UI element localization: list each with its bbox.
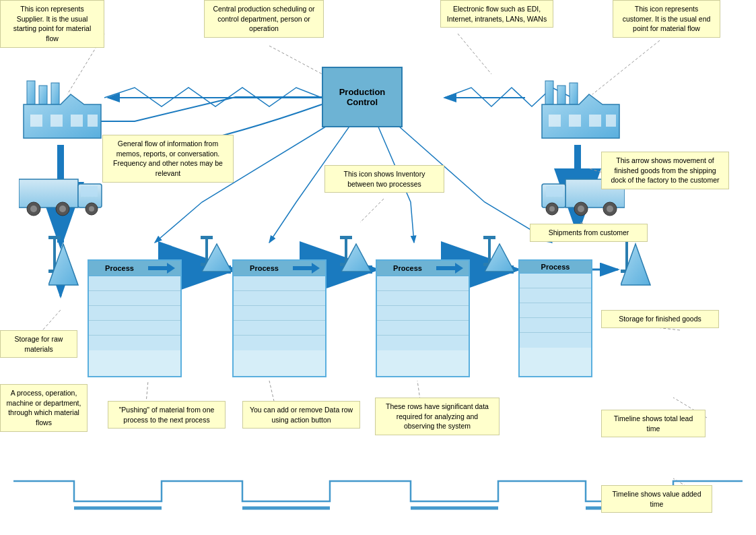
prod-control-label: Production Control — [339, 87, 386, 107]
callout-push-text: "Pushing" of material from one process t… — [119, 406, 215, 424]
svg-rect-85 — [148, 266, 167, 270]
callout-push: "Pushing" of material from one process t… — [108, 401, 226, 429]
inventory-triangle-left — [202, 243, 232, 274]
svg-rect-89 — [436, 266, 455, 270]
supplier-factory — [20, 77, 104, 141]
callout-significant-data: These rows have significant data require… — [375, 398, 500, 435]
svg-marker-82 — [485, 244, 514, 272]
callout-timeline-total: Timeline shows total lead time — [601, 410, 706, 437]
data-row-2-2 — [234, 291, 325, 306]
process-2-header: Process — [234, 261, 325, 276]
svg-rect-65 — [201, 236, 213, 239]
data-row-1-1 — [89, 276, 180, 291]
svg-rect-41 — [570, 83, 578, 104]
data-row-3-5 — [377, 336, 469, 350]
svg-marker-84 — [48, 244, 78, 285]
process-box-2: Process — [232, 259, 327, 377]
data-row-1-2 — [89, 291, 180, 306]
data-row-4-5 — [520, 333, 591, 348]
callout-timeline-total-text: Timeline shows total lead time — [614, 414, 693, 433]
inventory-triangle-1 — [341, 243, 372, 274]
svg-rect-37 — [71, 115, 83, 127]
svg-rect-47 — [19, 179, 78, 208]
data-row-4-1 — [520, 274, 591, 288]
callout-info-flow: General flow of information from memos, … — [102, 135, 234, 183]
callout-inventory-text: This icon shows Inventory between two pr… — [344, 170, 425, 188]
svg-line-17 — [360, 199, 384, 222]
callout-prod-control-text: Central production scheduling or control… — [213, 5, 314, 32]
callout-electronic-text: Electronic flow such as EDI, Internet, i… — [447, 5, 547, 23]
process-box-3: Process — [376, 259, 470, 377]
svg-rect-35 — [30, 115, 42, 127]
data-row-2-4 — [234, 321, 325, 336]
data-row-4-3 — [520, 303, 591, 318]
callout-info-flow-text: General flow of information from memos, … — [113, 139, 223, 177]
inventory-triangle-2 — [485, 243, 515, 274]
process-1-header: Process — [89, 261, 180, 276]
svg-rect-31 — [27, 81, 35, 104]
process-3-label: Process — [382, 264, 433, 272]
svg-marker-83 — [621, 244, 650, 285]
data-row-3-4 — [377, 321, 469, 336]
data-row-2-3 — [234, 306, 325, 321]
svg-point-60 — [549, 206, 555, 212]
push-arrow-1 — [148, 263, 175, 274]
callout-customer-text: This icon represents customer. It is the… — [623, 5, 711, 32]
svg-point-55 — [89, 206, 94, 212]
data-row-4-2 — [520, 288, 591, 303]
production-control-box: Production Control — [322, 67, 403, 127]
data-row-4-4 — [520, 318, 591, 333]
svg-rect-44 — [569, 115, 581, 127]
callout-data-rows: You can add or remove Data row using act… — [242, 401, 360, 429]
callout-movement-text: This arrow shows movement of finished go… — [611, 156, 719, 184]
callout-timeline-value: Timeline shows value added time — [601, 485, 712, 513]
callout-electronic: Electronic flow such as EDI, Internet, i… — [440, 0, 553, 28]
svg-marker-81 — [341, 244, 371, 272]
svg-rect-45 — [589, 115, 601, 127]
svg-marker-86 — [167, 263, 175, 274]
callout-process-desc: A process, operation, machine or departm… — [0, 384, 88, 432]
data-row-1-5 — [89, 336, 180, 350]
callout-prod-control: Central production scheduling or control… — [204, 0, 324, 38]
svg-rect-39 — [545, 81, 553, 104]
svg-marker-80 — [202, 244, 232, 272]
callout-data-rows-text: You can add or remove Data row using act… — [250, 406, 353, 424]
callout-customer: This icon represents customer. It is the… — [613, 0, 720, 38]
callout-significant-data-text: These rows have significant data require… — [386, 402, 489, 430]
data-row-1-3 — [89, 306, 180, 321]
svg-rect-49 — [81, 186, 98, 197]
storage-triangle-left — [48, 243, 79, 288]
diagram-container: Production Control — [0, 0, 756, 535]
push-arrow-3 — [436, 263, 463, 274]
svg-rect-33 — [51, 83, 59, 104]
process-box-1: Process — [88, 259, 182, 377]
callout-timeline-value-text: Timeline shows value added time — [612, 490, 701, 508]
data-row-3-2 — [377, 291, 469, 306]
svg-rect-58 — [546, 186, 563, 197]
customer-factory — [539, 77, 623, 141]
data-row-2-1 — [234, 276, 325, 291]
callout-storage-finished: Storage for finished goods — [601, 310, 719, 328]
callout-storage-raw: Storage for raw materials — [0, 330, 77, 358]
svg-rect-38 — [88, 115, 98, 127]
process-4-label: Process — [525, 263, 586, 271]
process-2-label: Process — [239, 264, 289, 272]
svg-point-64 — [607, 206, 613, 212]
data-row-3-3 — [377, 306, 469, 321]
process-4-header: Process — [520, 261, 591, 274]
process-3-header: Process — [377, 261, 469, 276]
svg-rect-40 — [557, 86, 565, 104]
callout-movement: This arrow shows movement of finished go… — [601, 152, 729, 189]
svg-rect-68 — [340, 236, 352, 239]
callout-shipments-text: Shipments from customer — [549, 228, 629, 237]
supplier-truck — [19, 174, 106, 219]
svg-point-62 — [578, 206, 584, 212]
data-row-3-1 — [377, 276, 469, 291]
svg-marker-90 — [455, 263, 463, 274]
svg-rect-71 — [483, 236, 495, 239]
storage-triangle-right — [621, 243, 651, 288]
svg-marker-88 — [312, 263, 320, 274]
svg-line-14 — [458, 34, 491, 74]
svg-rect-87 — [293, 266, 312, 270]
process-box-4: Process — [518, 259, 592, 377]
